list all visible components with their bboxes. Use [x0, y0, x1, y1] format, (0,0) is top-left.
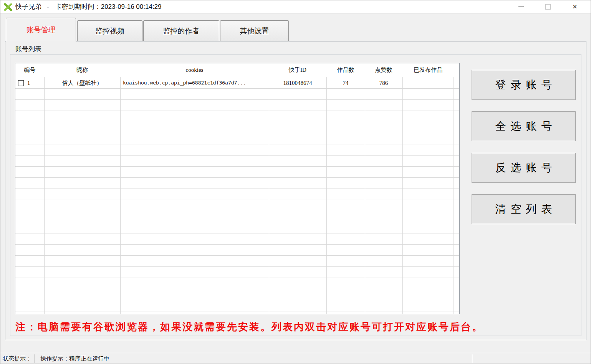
cell-kuaishou-id: 1810048674	[269, 78, 326, 88]
chrome-requirement-note: 注：电脑需要有谷歌浏览器，如果没就需要先安装。列表内双击对应账号可打开对应账号后…	[15, 320, 483, 334]
minimize-button[interactable]	[508, 0, 535, 13]
column-header-filler	[454, 63, 459, 77]
grid-line	[44, 63, 45, 314]
card-expiry-time: 卡密到期时间：2023-09-16 00:14:29	[55, 2, 162, 11]
invert-selection-button[interactable]: 反选账号	[472, 153, 576, 183]
clear-list-button[interactable]: 清空列表	[472, 194, 576, 224]
login-account-button[interactable]: 登录账号	[472, 70, 576, 100]
grid-line	[454, 63, 454, 314]
cell-nickname: 俗人（壁纸社）	[44, 78, 120, 88]
account-management-panel: 账号列表 编号 昵称 cookies 快手ID 作品数 点赞数 已发布作品	[5, 41, 586, 340]
table-body: 1 俗人（壁纸社） kuaishou.web.cp.api_ph=68821c1…	[15, 78, 459, 314]
grid-line	[365, 63, 365, 314]
row-checkbox[interactable]	[18, 80, 24, 86]
app-name: 快子兄弟	[15, 2, 41, 11]
grid-line	[269, 63, 269, 314]
column-header-published-works[interactable]: 已发布作品	[402, 63, 454, 77]
window-title: 快子兄弟 - 卡密到期时间：2023-09-16 00:14:29	[15, 2, 162, 11]
tab-account-management[interactable]: 账号管理	[6, 18, 76, 41]
select-all-accounts-button[interactable]: 全选账号	[472, 111, 576, 141]
tab-other-settings[interactable]: 其他设置	[220, 20, 289, 41]
app-window: 快子兄弟 - 卡密到期时间：2023-09-16 00:14:29 ✕ 账号管理…	[0, 0, 591, 364]
cell-works-count: 74	[326, 78, 365, 88]
app-logo-icon	[4, 3, 12, 11]
status-separator	[34, 354, 35, 363]
maximize-icon	[545, 4, 551, 10]
cell-likes-count: 786	[365, 78, 402, 88]
status-separator	[472, 354, 473, 363]
status-hint-label: 状态提示：	[3, 353, 31, 364]
tab-monitor-video[interactable]: 监控视频	[77, 20, 142, 41]
status-bar: 状态提示： 操作提示：程序正在运行中	[0, 353, 591, 364]
cell-published-works	[402, 78, 454, 88]
cell-cookies: kuaishou.web.cp.api_ph=68821c1df36a7d7..…	[120, 78, 269, 88]
cell-filler	[454, 78, 459, 88]
grid-line	[402, 63, 403, 314]
close-button[interactable]: ✕	[561, 0, 588, 13]
grid-line	[326, 63, 327, 314]
operation-hint-text: 操作提示：程序正在运行中	[40, 353, 109, 364]
window-controls: ✕	[508, 0, 588, 13]
title-bar: 快子兄弟 - 卡密到期时间：2023-09-16 00:14:29 ✕	[0, 0, 591, 13]
grid-line	[120, 63, 121, 314]
minimize-icon	[518, 7, 524, 7]
table-row[interactable]: 1 俗人（壁纸社） kuaishou.web.cp.api_ph=68821c1…	[15, 78, 459, 88]
account-table: 编号 昵称 cookies 快手ID 作品数 点赞数 已发布作品 1 俗人（壁纸…	[15, 63, 460, 314]
cell-index: 1	[15, 78, 44, 88]
row-index: 1	[27, 78, 30, 88]
column-header-nickname[interactable]: 昵称	[44, 63, 120, 77]
maximize-button[interactable]	[535, 0, 561, 13]
tab-monitored-authors[interactable]: 监控的作者	[143, 20, 219, 41]
close-icon: ✕	[572, 4, 577, 10]
table-header-row: 编号 昵称 cookies 快手ID 作品数 点赞数 已发布作品	[15, 63, 459, 77]
column-header-works-count[interactable]: 作品数	[326, 63, 365, 77]
title-dash: -	[47, 3, 49, 11]
column-header-cookies[interactable]: cookies	[120, 63, 269, 77]
column-header-kuaishou-id[interactable]: 快手ID	[269, 63, 326, 77]
account-list-group-title: 账号列表	[13, 45, 44, 53]
column-header-index[interactable]: 编号	[15, 63, 44, 77]
column-header-likes-count[interactable]: 点赞数	[365, 63, 402, 77]
